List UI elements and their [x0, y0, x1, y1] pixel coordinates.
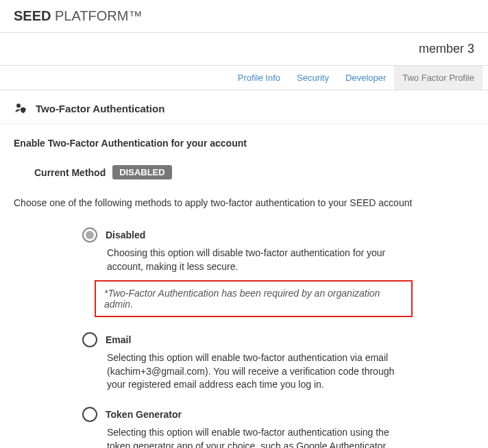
current-method-label: Current Method: [34, 167, 106, 178]
tab-developer[interactable]: Developer: [337, 66, 394, 90]
option-token-desc: Selecting this option will enable two-fa…: [107, 426, 408, 448]
intro-text: Choose one of the following methods to a…: [14, 197, 474, 208]
warning-box: *Two-Factor Authentication has been requ…: [95, 280, 413, 317]
options-list: Disabled Choosing this option will disab…: [14, 227, 474, 448]
content: Enable Two-Factor Authentication for you…: [0, 124, 488, 448]
option-token: Token Generator Selecting this option wi…: [82, 407, 474, 448]
user-name: member 3: [419, 42, 474, 55]
user-shield-icon: [14, 102, 27, 114]
option-token-head[interactable]: Token Generator: [82, 407, 474, 422]
enable-heading: Enable Two-Factor Authentication for you…: [14, 138, 474, 149]
brand: SEED PLATFORM™: [14, 8, 474, 24]
brand-bold: SEED: [14, 8, 51, 23]
option-disabled: Disabled Choosing this option will disab…: [82, 227, 474, 317]
radio-email[interactable]: [82, 332, 97, 347]
tab-profile-info[interactable]: Profile Info: [230, 66, 289, 90]
radio-token[interactable]: [82, 407, 97, 422]
option-email: Email Selecting this option will enable …: [82, 332, 474, 392]
option-disabled-label: Disabled: [106, 229, 145, 240]
current-method-row: Current Method DISABLED: [14, 165, 474, 179]
tab-two-factor-profile[interactable]: Two Factor Profile: [394, 66, 483, 90]
section-title: Two-Factor Authentication: [36, 103, 164, 114]
option-disabled-desc: Choosing this option will disable two-fa…: [107, 247, 408, 273]
option-email-desc: Selecting this option will enable two-fa…: [107, 351, 408, 392]
radio-disabled[interactable]: [82, 227, 97, 242]
brand-light: PLATFORM: [51, 8, 128, 23]
warning-text: *Two-Factor Authentication has been requ…: [104, 288, 380, 310]
section-header: Two-Factor Authentication: [0, 90, 488, 124]
current-method-badge: DISABLED: [112, 165, 171, 179]
user-bar: member 3: [0, 33, 488, 66]
app-header: SEED PLATFORM™: [0, 0, 488, 33]
tab-security[interactable]: Security: [289, 66, 337, 90]
option-email-head[interactable]: Email: [82, 332, 474, 347]
brand-tm: ™: [128, 8, 142, 23]
svg-point-0: [16, 103, 21, 108]
tabs: Profile Info Security Developer Two Fact…: [0, 66, 488, 90]
option-token-label: Token Generator: [106, 409, 182, 420]
option-email-label: Email: [106, 334, 131, 345]
option-disabled-head[interactable]: Disabled: [82, 227, 474, 242]
